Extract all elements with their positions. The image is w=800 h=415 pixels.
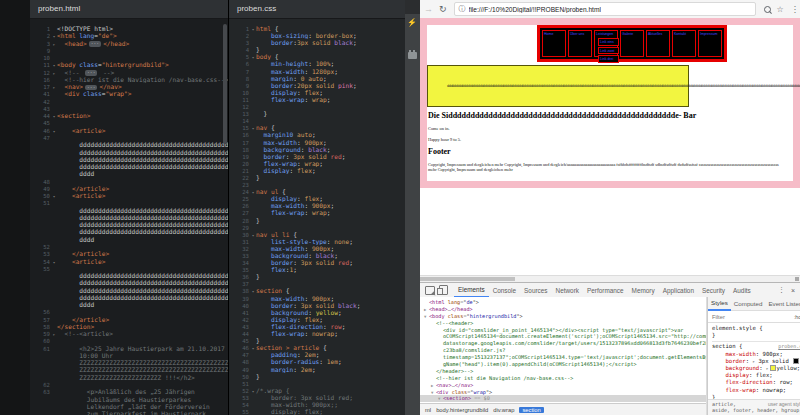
devtools-tab-elements[interactable]: Elements (454, 283, 489, 298)
nav-link[interactable]: Kontakt (673, 31, 695, 36)
code-line[interactable]: 42 (30, 98, 228, 105)
code-line[interactable]: dddddddddddddddddddddddddddddddddddddddd… (30, 294, 228, 301)
code-line[interactable]: dddddddddddddddddddddddddddddddddddddddd… (30, 149, 228, 156)
code-line[interactable]: 39 max-width: 900px; (229, 295, 405, 302)
code-line[interactable]: 15▾nav { (229, 124, 405, 131)
code-line[interactable]: dddddddddddddddddddddddddddddddddddddddd… (30, 279, 228, 286)
editor-pane-html[interactable]: proben.html 1<!DOCTYPE html>2▾<html lang… (30, 0, 229, 415)
code-line[interactable]: 3▸ <head>···</head> (30, 40, 228, 47)
code-line[interactable]: 49 margin: 2em; (229, 366, 405, 373)
code-line[interactable]: 34 border: 3px solid red; (229, 259, 405, 266)
code-line[interactable]: 3 border:3px solid black; (229, 39, 405, 46)
code-line[interactable]: 11 flex-wrap: wrap; (229, 96, 405, 103)
code-line[interactable]: 57 </article> (30, 316, 228, 323)
inspect-element-icon[interactable] (425, 286, 435, 295)
code-line[interactable]: 43 flex-direction: row; (229, 323, 405, 330)
code-line[interactable]: 59▸ <!--<article> (30, 330, 228, 337)
devtools-tab-network[interactable]: Network (552, 284, 583, 297)
code-line[interactable]: dddddddddddddddddddddddddddddddddddddddd… (30, 287, 228, 294)
code-line[interactable]: 8 margin: 0 auto; (229, 75, 405, 82)
browser-menu-icon[interactable]: ⋮ (791, 5, 799, 14)
code-line[interactable]: 27 flex-wrap: wrap; (229, 209, 405, 216)
code-line[interactable]: 18 background: black; (229, 146, 405, 153)
code-line[interactable]: 1<!DOCTYPE html> (30, 25, 228, 32)
editor-tab-html[interactable]: proben.html (30, 0, 228, 19)
breadcrumb-item[interactable]: body.hintergrundbild (436, 407, 488, 413)
code-line[interactable]: 14 (229, 117, 405, 124)
styles-tab-event-listeners[interactable]: Event Listeners (765, 298, 800, 310)
css-code-area[interactable]: 1▾html {2 box-sizing: border-box;3 borde… (229, 19, 405, 415)
devtools-tab-security[interactable]: Security (698, 284, 729, 297)
url-text[interactable]: file:///F:/10%20Digital/!!PROBEN/proben.… (469, 6, 601, 13)
code-line[interactable]: 2 box-sizing: border-box; (229, 32, 405, 39)
code-line[interactable]: 48 border-radius: 1em; (229, 358, 405, 365)
code-line[interactable]: 12 (229, 103, 405, 110)
nav-sublink[interactable]: Link drei (599, 56, 618, 61)
css-declaration[interactable]: display: flex; (712, 372, 800, 379)
devtools-tab-memory[interactable]: Memory (628, 284, 659, 297)
code-line[interactable]: 5▾body { (229, 53, 405, 60)
code-line[interactable]: 50} (229, 373, 405, 380)
scrollbar-thumb[interactable] (420, 277, 515, 281)
nav-link[interactable]: Über uns (569, 31, 591, 36)
code-line[interactable]: 33 background: black; (229, 252, 405, 259)
html-code-area[interactable]: 1<!DOCTYPE html>2▾<html lang="de">3▸ <he… (30, 19, 228, 415)
reload-icon[interactable]: ↻ (439, 4, 447, 14)
dom-tree-node[interactable]: c23ba8/comslider.js? (420, 347, 706, 354)
editor-tab-css[interactable]: proben.css (229, 0, 405, 19)
code-line[interactable]: dddddddddddddddddddddddddddddddddddddddd… (30, 207, 228, 214)
code-line[interactable]: 2▾<html lang="de"> (30, 32, 228, 39)
code-line[interactable]: 16 margin10 auto; (229, 131, 405, 138)
code-line[interactable]: 58</section> (30, 323, 228, 330)
code-line[interactable]: dddddddddddddddddddddddddddddddddddddddd… (30, 141, 228, 148)
editor-pane-css[interactable]: proben.css 1▾html {2 box-sizing: border-… (229, 0, 406, 415)
code-line[interactable]: 10:00 Uhr (30, 352, 228, 359)
code-line[interactable]: 31 list-style-type: none; (229, 238, 405, 245)
nav-link[interactable]: Aktuelles (647, 31, 669, 36)
code-line[interactable]: 43 (30, 105, 228, 112)
code-line[interactable]: 17▸ <nav>···</nav> (30, 83, 228, 90)
css-declaration[interactable]: element.style { (712, 325, 800, 332)
code-line[interactable]: 23 (229, 181, 405, 188)
dom-tree-node[interactable]: ▼<div class="wrap"> (420, 389, 706, 396)
nav-link[interactable]: Leistungen (595, 31, 617, 36)
code-line[interactable]: 30▾nav ul li { (229, 231, 405, 238)
code-line[interactable]: dddd (30, 170, 228, 177)
dom-tree-node[interactable]: <div id="comslider_in_point_1465134"></d… (420, 327, 706, 334)
code-line[interactable]: 52 (30, 243, 228, 250)
extension-manager-icon[interactable] (408, 52, 417, 59)
code-line[interactable]: 32 max-width: 900px; (229, 245, 405, 252)
bookmark-star-icon[interactable]: ☆ (777, 5, 784, 14)
code-line[interactable]: 53 </article> (30, 250, 228, 257)
dom-tree-node[interactable]: </header>--> (420, 368, 706, 375)
zoom-indicator-icon[interactable] (764, 6, 771, 13)
code-line[interactable]: 41 <div class="wrap"> (30, 90, 228, 97)
address-bar[interactable]: ⓘ file:///F:/10%20Digital/!!PROBEN/probe… (454, 2, 756, 16)
code-line[interactable]: zum Tierparkfest im Haustierpark (30, 410, 228, 415)
nav-sublink[interactable]: Link zwei (599, 48, 618, 53)
code-line[interactable]: 44 flex-wrap: nowrap; (229, 330, 405, 337)
code-line[interactable]: dddddddddddddddddddddddddddddddddddddddd… (30, 214, 228, 221)
code-line[interactable]: 47 padding: 2em; (229, 351, 405, 358)
code-line[interactable]: 17 max-width: 900px; (229, 139, 405, 146)
code-line[interactable]: 7 max-width: 1280px; (229, 68, 405, 75)
code-line[interactable]: 42 display: flex; (229, 316, 405, 323)
scrollbar-end[interactable] (795, 277, 799, 281)
devtools-menu-icon[interactable]: ⋮ (778, 286, 785, 294)
code-line[interactable]: 53 border: 3px solid red; (229, 394, 405, 401)
dom-tree-node[interactable]: ▶<head>…</head> (420, 306, 706, 313)
breadcrumb-item[interactable]: div.wrap (493, 407, 514, 413)
code-line[interactable]: 36} (229, 273, 405, 280)
devtools-close-icon[interactable]: × (791, 287, 795, 294)
code-line[interactable]: 54▾ <article> (30, 258, 228, 265)
code-line[interactable]: 44▾<section> (30, 112, 228, 119)
code-line[interactable]: 60 (30, 337, 228, 344)
code-line[interactable]: 54 max-width: 900px;; (229, 401, 405, 408)
code-line[interactable]: 55 (30, 265, 228, 272)
code-line[interactable]: 4} (229, 46, 405, 53)
code-line[interactable]: 37 (229, 280, 405, 287)
breadcrumb-item[interactable]: section (519, 407, 543, 413)
css-declaration[interactable]: flex-wrap: nowrap; (712, 387, 800, 394)
code-line[interactable]: 1▾html { (229, 25, 405, 32)
css-declaration[interactable]: background: ▸yellow; (712, 365, 800, 372)
